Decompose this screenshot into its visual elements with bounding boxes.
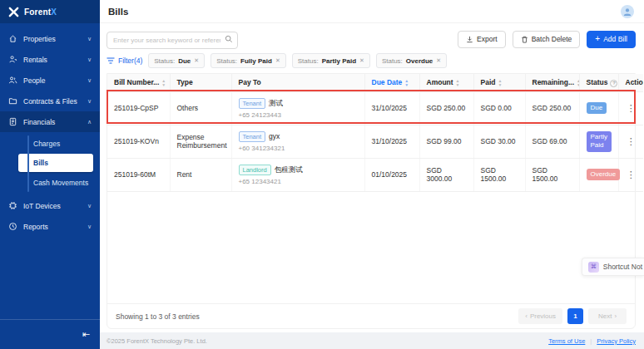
col-amount[interactable]: Amount▲▼ [419,74,473,91]
sidebar-collapse-icon[interactable]: ⇤ [82,330,90,339]
sidebar-item-financials[interactable]: Financials ∧ [0,111,100,132]
filter-toggle[interactable]: Filter(4) [107,57,142,65]
cell-status: Overdue [579,158,618,191]
sidebar-item-contracts-files[interactable]: Contracts & Files ∨ [0,91,100,111]
col-label: Pay To [239,78,261,86]
cell-pay-to: Landlord包租测试 +65 12343421 [231,158,364,191]
sidebar-subitem-charges[interactable]: Charges [0,134,100,153]
table-row[interactable]: 251019-KOVn Expense Reimbursement Tenant… [107,125,643,158]
chevron-down-icon: ∨ [87,77,92,84]
previous-page-button[interactable]: ‹ Previous [518,308,562,324]
cell-bill-number: 251019-60tM [107,158,170,191]
sidebar-subitem-cash-movements[interactable]: Cash Movements [0,173,100,192]
close-icon[interactable]: ✕ [275,57,280,64]
table-empty-space [107,192,635,303]
copyright-text: ©2025 ForentX Technology Pte. Ltd. [107,337,207,345]
toolbar: Export Batch Delete + Add Bill [107,30,636,48]
sidebar-item-properties[interactable]: Properties ∨ [0,28,100,49]
cell-type: Rent [170,158,231,191]
add-bill-label: Add Bill [603,35,627,43]
sort-icon[interactable]: ▲▼ [456,79,460,87]
filter-chip-overdue: Status: Overdue ✕ [376,53,447,68]
divider: | [590,337,592,345]
close-icon[interactable]: ✕ [436,57,441,64]
page-number-button[interactable]: 1 [567,308,583,324]
cell-actions: ⋮ [618,125,643,158]
cell-paid: SGD 30.00 [473,125,525,158]
bills-table: Bill Number...▲▼ Type Pay To Due Date▲▼ … [107,74,643,192]
question-circle-icon[interactable]: ? [610,80,617,87]
close-icon[interactable]: ✕ [194,57,199,64]
chip-value: Overdue [406,57,433,65]
sidebar-item-iot-devices[interactable]: IoT Devices ∨ [0,195,100,216]
col-remaining[interactable]: Remaining...▲▼ [525,74,579,91]
sidebar-subitem-bills[interactable]: Bills [18,154,93,172]
table-row[interactable]: 251019-CpSP Others Tenant测试 +65 24123443… [107,91,643,125]
export-label: Export [477,35,498,43]
privacy-policy-link[interactable]: Privacy Policy [597,337,636,345]
cell-amount: SGD 250.00 [419,91,473,125]
search-icon[interactable] [225,35,233,43]
user-avatar[interactable] [621,5,634,18]
table-row[interactable]: 251019-60tM Rent Landlord包租测试 +65 123434… [107,158,643,191]
chevron-down-icon: ∨ [87,98,92,105]
sidebar-item-rentals[interactable]: Rentals ∨ [0,49,100,70]
cell-status: Partly Paid [579,125,618,158]
financials-submenu: Charges Bills Cash Movements [0,132,100,195]
shortcut-icon: ⌘ [588,262,599,273]
sort-icon[interactable]: ▲▼ [404,79,409,87]
cell-remaining: SGD 69.00 [525,125,579,158]
cell-remaining: SGD 250.00 [525,91,579,125]
prev-arrow-icon: ‹ [525,312,528,320]
next-label: Next [598,312,612,320]
col-due-date[interactable]: Due Date▲▼ [364,74,419,91]
row-actions-menu-icon[interactable]: ⋮ [627,136,636,146]
cell-pay-to: Tenant测试 +65 24123443 [231,91,364,125]
sidebar-item-label: People [23,76,82,85]
cell-actions: ⋮ [618,158,643,191]
col-bill-number[interactable]: Bill Number...▲▼ [107,74,170,91]
shortcut-label: Shortcut Not [603,263,642,271]
table-wrapper: Bill Number...▲▼ Type Pay To Due Date▲▼ … [107,74,635,192]
row-actions-menu-icon[interactable]: ⋮ [627,170,636,179]
bottom-bar: ©2025 ForentX Technology Pte. Ltd. Terms… [100,332,644,349]
sort-icon[interactable]: ▲▼ [498,79,502,87]
status-badge: Overdue [587,169,621,180]
export-button[interactable]: Export [458,31,506,48]
cell-amount: SGD 3000.00 [419,158,473,191]
add-bill-button[interactable]: + Add Bill [587,31,636,48]
search-input[interactable] [107,32,238,49]
chevron-down-icon: ∨ [87,224,92,230]
col-status: Status? [579,74,618,91]
sort-icon[interactable]: ▲▼ [161,79,166,87]
col-paid[interactable]: Paid▲▼ [473,74,525,91]
terms-of-use-link[interactable]: Terms of Use [548,337,585,345]
chevron-down-icon: ∨ [87,36,92,42]
payee-phone: +65 12343421 [239,178,358,185]
batch-delete-button[interactable]: Batch Delete [513,31,581,48]
next-page-button[interactable]: Next › [588,308,627,324]
chevron-down-icon: ∨ [87,57,92,63]
cell-bill-number: 251019-KOVn [107,125,170,158]
close-icon[interactable]: ✕ [359,57,364,64]
cell-remaining: SGD 1500.00 [525,158,579,191]
payee-name: gyx [269,132,280,140]
row-actions-menu-icon[interactable]: ⋮ [627,103,636,113]
download-icon [466,36,473,43]
cell-actions: ⋮ [618,91,643,125]
sidebar-item-reports[interactable]: Reports ∨ [0,216,100,237]
table-footer: Showing 1 to 3 of 3 entries ‹ Previous 1… [107,303,635,328]
col-label: Actions [626,78,644,86]
filter-row: Filter(4) Status: Due ✕ Status: Fully Pa… [107,52,636,69]
batch-delete-label: Batch Delete [532,35,572,43]
chip-value: Partly Paid [322,57,356,65]
plus-icon: + [595,35,600,43]
financials-icon [8,117,17,126]
sidebar-item-people[interactable]: People ∨ [0,70,100,91]
top-bar: Bills [100,0,644,23]
chip-key: Status: [298,57,319,65]
shortcut-notes-widget[interactable]: ⌘ Shortcut Not [582,258,644,276]
sidebar-nav: Properties ∨ Rentals ∨ People ∨ Contract… [0,23,100,237]
col-label: Bill Number... [114,78,159,86]
sidebar-item-label: IoT Devices [23,202,82,210]
